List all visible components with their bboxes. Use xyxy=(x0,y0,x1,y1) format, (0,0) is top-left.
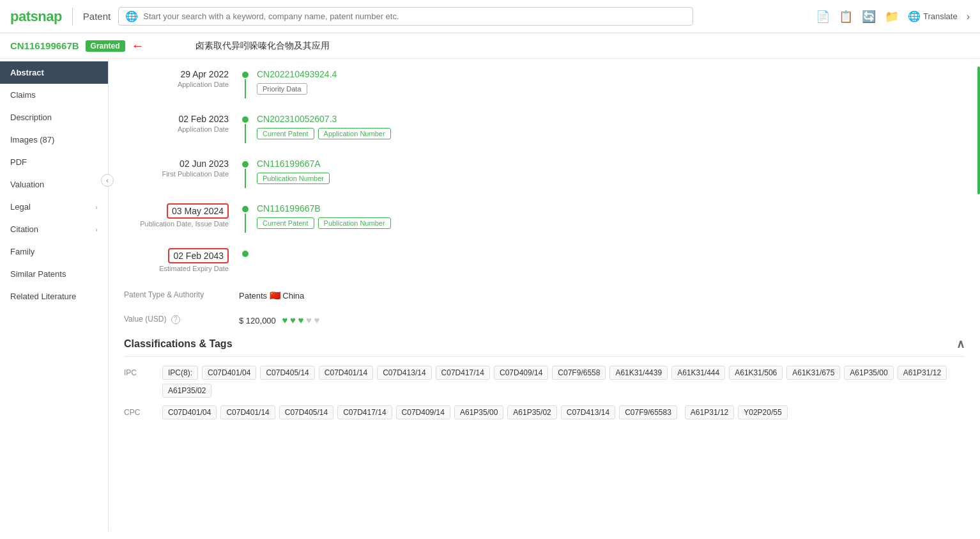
bookmark-icon[interactable]: 📁 xyxy=(885,10,899,24)
sidebar-item-similar-patents[interactable]: Similar Patents xyxy=(0,263,108,285)
ipc-tag[interactable]: A61P31/12 xyxy=(898,366,947,380)
patent-type-value: Patents 🇨🇳 China xyxy=(239,290,304,301)
timeline-date-left-2: 02 Feb 2023 Application Date xyxy=(124,114,239,133)
timeline-patent-num-2[interactable]: CN202310052607.3 xyxy=(257,114,337,124)
ipc-tag[interactable]: C07D401/04 xyxy=(202,366,256,380)
cpc-tag[interactable]: C07F9/65583 xyxy=(619,405,677,419)
cpc-tag[interactable]: C07D405/14 xyxy=(279,405,333,419)
ipc-tag[interactable]: C07D413/14 xyxy=(377,366,431,380)
ipc-tag[interactable]: C07D401/14 xyxy=(319,366,373,380)
more-icon[interactable]: › xyxy=(967,11,970,22)
sidebar-item-abstract[interactable]: Abstract xyxy=(0,61,108,84)
sidebar-item-citation[interactable]: Citation › xyxy=(0,218,108,240)
patent-id[interactable]: CN116199667B xyxy=(10,40,79,51)
timeline-dot-wrap-2 xyxy=(239,114,252,143)
tag-priority-data[interactable]: Priority Data xyxy=(257,83,307,95)
timeline-date-left-3: 02 Jun 2023 First Publication Date xyxy=(124,159,239,178)
sidebar-item-valuation[interactable]: Valuation xyxy=(0,173,108,196)
translate-button[interactable]: 🌐 Translate xyxy=(908,10,958,22)
cpc-tag[interactable]: Y02P20/55 xyxy=(738,405,787,419)
tag-publication-number-3[interactable]: Publication Number xyxy=(257,173,330,184)
timeline-tags-1: Priority Data xyxy=(257,83,965,95)
ipc-prefix: IPC(8): xyxy=(162,366,198,380)
cpc-tag[interactable]: A61P35/00 xyxy=(454,405,503,419)
timeline-label-2: Application Date xyxy=(124,125,229,133)
patent-value-row: Value (USD) ? $ 120,000 ♥ ♥ ♥ ♥ ♥ xyxy=(124,312,965,325)
tag-publication-number-4[interactable]: Publication Number xyxy=(318,217,391,229)
ipc-tags: IPC(8): C07D401/04 C07D405/14 C07D401/14… xyxy=(162,366,965,398)
timeline-right-1: CN202210493924.4 Priority Data xyxy=(252,69,965,95)
heart-2: ♥ xyxy=(290,315,296,325)
cpc-tag[interactable]: C07D413/14 xyxy=(561,405,615,419)
cpc-tag[interactable]: C07D401/14 xyxy=(220,405,275,419)
ipc-tag[interactable]: A61K31/675 xyxy=(786,366,840,380)
timeline-date-1: 29 Apr 2022 xyxy=(124,69,229,79)
cpc-tag[interactable]: C07D401/04 xyxy=(162,405,217,419)
timeline-date-left-5: 02 Feb 2043 Estimated Expiry Date xyxy=(124,248,239,272)
value-hearts: ♥ ♥ ♥ ♥ ♥ xyxy=(282,316,319,325)
tag-application-number[interactable]: Application Number xyxy=(318,128,391,139)
timeline-entry-2: 02 Feb 2023 Application Date CN202310052… xyxy=(124,114,965,143)
timeline-line-1 xyxy=(245,79,246,98)
header-actions: 📄 📋 🔄 📁 🌐 Translate › xyxy=(816,10,970,24)
sidebar-item-description[interactable]: Description xyxy=(0,106,108,129)
ipc-tag[interactable]: C07F9/6558 xyxy=(552,366,606,380)
sidebar-item-pdf[interactable]: PDF xyxy=(0,151,108,173)
chevron-right-icon: › xyxy=(95,203,98,211)
ipc-row: IPC IPC(8): C07D401/04 C07D405/14 C07D40… xyxy=(124,366,965,398)
country-flag: 🇨🇳 xyxy=(270,290,280,301)
cpc-tag[interactable]: A61P31/12 xyxy=(685,405,734,419)
ipc-tag[interactable]: A61P35/02 xyxy=(162,384,211,398)
timeline-dot-wrap-5 xyxy=(239,248,252,257)
classifications-header: Classifications & Tags ∧ xyxy=(124,337,965,357)
ipc-tag[interactable]: A61P35/00 xyxy=(844,366,893,380)
patent-bar: CN116199667B Granted ← 卤素取代异吲哚嗪化合物及其应用 xyxy=(0,33,980,59)
sidebar-item-legal[interactable]: Legal › xyxy=(0,196,108,218)
timeline-date-left-1: 29 Apr 2022 Application Date xyxy=(124,69,239,88)
timeline-patent-num-3[interactable]: CN116199667A xyxy=(257,159,321,169)
content-area: 29 Apr 2022 Application Date CN202210493… xyxy=(109,59,980,531)
heart-3: ♥ xyxy=(298,315,304,325)
sidebar-item-claims[interactable]: Claims xyxy=(0,84,108,106)
logo[interactable]: patsnap xyxy=(10,8,62,25)
sidebar-item-related-literature[interactable]: Related Literature xyxy=(0,285,108,308)
ipc-tag[interactable]: A61K31/444 xyxy=(671,366,725,380)
ipc-tag[interactable]: C07D409/14 xyxy=(494,366,548,380)
sidebar-item-images[interactable]: Images (87) xyxy=(0,129,108,151)
ipc-tag[interactable]: C07D417/14 xyxy=(436,366,490,380)
cpc-tag[interactable]: C07D417/14 xyxy=(337,405,392,419)
timeline-dot-2 xyxy=(242,116,249,123)
tag-current-patent-4[interactable]: Current Patent xyxy=(257,217,314,229)
timeline-dot-3 xyxy=(242,161,249,168)
timeline-tags-4: Current Patent Publication Number xyxy=(257,217,965,229)
classifications-title: Classifications & Tags xyxy=(124,338,233,350)
heart-5: ♥ xyxy=(314,315,320,325)
main-layout: ‹ Abstract Claims Description Images (87… xyxy=(0,59,980,531)
timeline-patent-num-1[interactable]: CN202210493924.4 xyxy=(257,69,337,79)
globe-icon: 🌐 xyxy=(125,10,138,22)
sidebar-item-family[interactable]: Family xyxy=(0,240,108,263)
ipc-tag[interactable]: A61K31/4439 xyxy=(609,366,668,380)
timeline-tags-3: Publication Number xyxy=(257,173,965,184)
ipc-tag[interactable]: C07D405/14 xyxy=(260,366,314,380)
cpc-tag[interactable]: C07D409/14 xyxy=(396,405,450,419)
ipc-label: IPC xyxy=(124,366,162,377)
search-input[interactable] xyxy=(143,12,686,21)
copy-icon[interactable]: 📋 xyxy=(839,10,853,24)
tag-current-patent-2[interactable]: Current Patent xyxy=(257,128,314,139)
timeline-dot-4 xyxy=(242,206,249,212)
refresh-icon[interactable]: 🔄 xyxy=(862,10,876,24)
timeline-right-4: CN116199667B Current Patent Publication … xyxy=(252,203,965,229)
timeline-date-2: 02 Feb 2023 xyxy=(124,114,229,124)
header-patent-label[interactable]: Patent xyxy=(83,11,111,22)
ipc-tag[interactable]: A61K31/506 xyxy=(729,366,783,380)
question-icon[interactable]: ? xyxy=(171,315,180,324)
timeline-line-3 xyxy=(245,169,246,188)
sidebar-collapse-button[interactable]: ‹ xyxy=(101,174,114,187)
cpc-tag[interactable]: A61P35/02 xyxy=(507,405,556,419)
timeline-patent-num-4[interactable]: CN116199667B xyxy=(257,203,321,214)
timeline-dot-wrap-3 xyxy=(239,159,252,188)
collapse-icon[interactable]: ∧ xyxy=(956,337,965,351)
search-bar[interactable]: 🌐 xyxy=(118,7,693,26)
pdf-icon[interactable]: 📄 xyxy=(816,10,830,24)
